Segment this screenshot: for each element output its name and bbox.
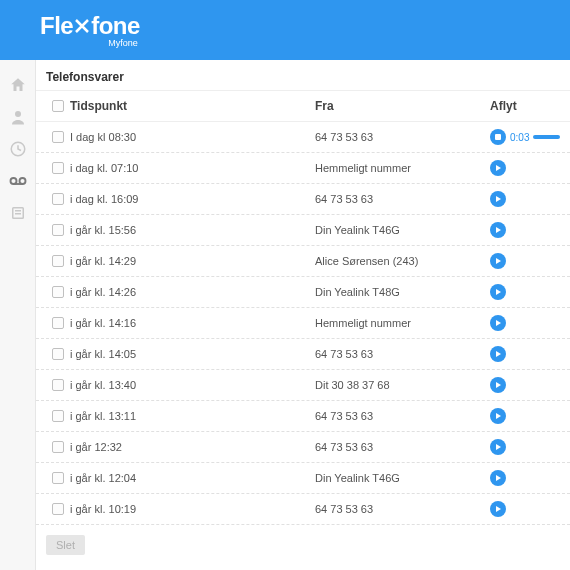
cell-from: 64 73 53 63: [315, 441, 490, 453]
play-button[interactable]: [490, 377, 506, 393]
table-row: i går 12:3264 73 53 63: [36, 432, 570, 463]
cell-from: 64 73 53 63: [315, 131, 490, 143]
cell-from: 64 73 53 63: [315, 348, 490, 360]
voicemail-icon: [8, 172, 28, 190]
row-checkbox[interactable]: [52, 441, 64, 453]
cell-time: i går kl. 13:40: [70, 379, 315, 391]
play-button[interactable]: [490, 160, 506, 176]
table-row: I dag kl 08:3064 73 53 630:03: [36, 122, 570, 153]
row-checkbox[interactable]: [52, 162, 64, 174]
home-icon: [9, 76, 27, 94]
play-icon: [496, 475, 501, 481]
logo-text: Fle: [40, 12, 73, 40]
cell-from: Hemmeligt nummer: [315, 317, 490, 329]
play-icon: [496, 227, 501, 233]
table-row: i går kl. 13:1164 73 53 63: [36, 401, 570, 432]
play-button[interactable]: [490, 346, 506, 362]
fax-icon: [9, 204, 27, 222]
play-icon: [496, 506, 501, 512]
play-icon: [496, 196, 501, 202]
play-button[interactable]: [490, 501, 506, 517]
cell-time: i går kl. 14:16: [70, 317, 315, 329]
cell-time: i går kl. 14:05: [70, 348, 315, 360]
app-header: Flefone Myfone: [0, 0, 570, 60]
play-button[interactable]: [490, 439, 506, 455]
play-icon: [496, 165, 501, 171]
play-icon: [496, 289, 501, 295]
cell-time: I dag kl 08:30: [70, 131, 315, 143]
play-button[interactable]: [490, 408, 506, 424]
sidebar-item-user[interactable]: [7, 106, 29, 128]
table-row: i går kl. 15:56Din Yealink T46G: [36, 215, 570, 246]
row-checkbox[interactable]: [52, 131, 64, 143]
cell-from: 64 73 53 63: [315, 503, 490, 515]
cell-from: Din Yealink T46G: [315, 472, 490, 484]
cell-time: i går kl. 14:29: [70, 255, 315, 267]
play-icon: [496, 413, 501, 419]
logo-text-2: fone: [91, 12, 140, 40]
row-checkbox[interactable]: [52, 379, 64, 391]
cell-from: Din Yealink T46G: [315, 224, 490, 236]
stop-button[interactable]: [490, 129, 506, 145]
row-checkbox[interactable]: [52, 410, 64, 422]
row-checkbox[interactable]: [52, 193, 64, 205]
row-checkbox[interactable]: [52, 255, 64, 267]
play-button[interactable]: [490, 222, 506, 238]
cell-from: Din Yealink T48G: [315, 286, 490, 298]
table-row: i går kl. 14:29Alice Sørensen (243): [36, 246, 570, 277]
row-checkbox[interactable]: [52, 503, 64, 515]
play-button[interactable]: [490, 284, 506, 300]
row-checkbox[interactable]: [52, 348, 64, 360]
table-row: i går kl. 12:04Din Yealink T46G: [36, 463, 570, 494]
play-button[interactable]: [490, 470, 506, 486]
cell-time: i går kl. 13:11: [70, 410, 315, 422]
delete-button[interactable]: Slet: [46, 535, 85, 555]
brand-logo: Flefone Myfone: [40, 12, 140, 48]
sidebar-item-clock[interactable]: [7, 138, 29, 160]
play-icon: [496, 444, 501, 450]
table-body: I dag kl 08:3064 73 53 630:03i dag kl. 0…: [36, 122, 570, 525]
select-all-checkbox[interactable]: [52, 100, 64, 112]
logo-sub: Myfone: [108, 38, 138, 48]
col-header-from: Fra: [315, 99, 490, 113]
play-icon: [496, 382, 501, 388]
row-checkbox[interactable]: [52, 472, 64, 484]
sidebar-nav: [0, 60, 36, 570]
page-title: Telefonsvarer: [36, 60, 570, 90]
cell-from: Alice Sørensen (243): [315, 255, 490, 267]
sidebar-item-fax[interactable]: [7, 202, 29, 224]
play-icon: [496, 258, 501, 264]
col-header-play: Aflyt: [490, 99, 560, 113]
table-row: i dag kl. 07:10Hemmeligt nummer: [36, 153, 570, 184]
table-row: i dag kl. 16:0964 73 53 63: [36, 184, 570, 215]
cell-time: i går kl. 15:56: [70, 224, 315, 236]
duration-label: 0:03: [510, 132, 529, 143]
clock-icon: [9, 140, 27, 158]
table-footer: Slet: [36, 525, 570, 565]
row-checkbox[interactable]: [52, 317, 64, 329]
cell-time: i går kl. 12:04: [70, 472, 315, 484]
sidebar-item-home[interactable]: [7, 74, 29, 96]
cell-from: 64 73 53 63: [315, 410, 490, 422]
play-button[interactable]: [490, 253, 506, 269]
play-button[interactable]: [490, 315, 506, 331]
row-checkbox[interactable]: [52, 224, 64, 236]
cell-time: i dag kl. 07:10: [70, 162, 315, 174]
cell-from: Dit 30 38 37 68: [315, 379, 490, 391]
table-row: i går kl. 14:16Hemmeligt nummer: [36, 308, 570, 339]
cell-time: i går kl. 10:19: [70, 503, 315, 515]
sidebar-item-voicemail[interactable]: [7, 170, 29, 192]
progress-bar[interactable]: [533, 135, 560, 139]
row-checkbox[interactable]: [52, 286, 64, 298]
table-row: i går kl. 14:0564 73 53 63: [36, 339, 570, 370]
logo-x-icon: [73, 17, 91, 35]
cell-time: i går kl. 14:26: [70, 286, 315, 298]
cell-from: Hemmeligt nummer: [315, 162, 490, 174]
table-row: i går kl. 13:40Dit 30 38 37 68: [36, 370, 570, 401]
svg-point-0: [15, 111, 21, 117]
play-icon: [496, 351, 501, 357]
table-row: i går kl. 10:1964 73 53 63: [36, 494, 570, 525]
play-button[interactable]: [490, 191, 506, 207]
cell-time: i går 12:32: [70, 441, 315, 453]
col-header-time: Tidspunkt: [70, 99, 315, 113]
